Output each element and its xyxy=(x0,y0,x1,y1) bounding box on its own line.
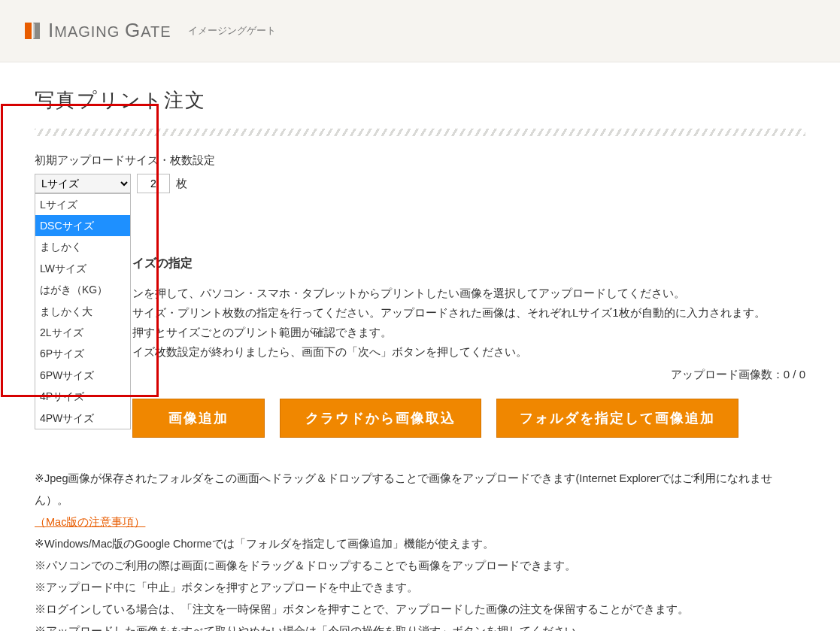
page-title: 写真プリント注文 xyxy=(35,85,805,117)
note-line: ※パソコンでのご利用の際は画面に画像をドラッグ＆ドロップすることでも画像をアップ… xyxy=(35,555,805,577)
action-button-row: 画像追加 クラウドから画像取込 フォルダを指定して画像追加 xyxy=(35,399,805,438)
size-option[interactable]: Lサイズ xyxy=(35,194,130,215)
note-line: ※ログインしている場合は、「注文を一時保留」ボタンを押すことで、アップロードした… xyxy=(35,599,805,620)
footer-notes: ※Jpeg画像が保存されたフォルダをこの画面へドラッグ＆ドロップすることで画像を… xyxy=(35,468,805,631)
instructions-section: イズの指定 ンを押して、パソコン・スマホ・タブレットからプリントしたい画像を選択… xyxy=(35,253,805,438)
upload-settings: 初期アップロードサイズ・枚数設定 Lサイズ LサイズDSCサイズましかくLWサイ… xyxy=(35,151,805,193)
size-option[interactable]: 6PWサイズ xyxy=(35,365,130,386)
add-images-button[interactable]: 画像追加 xyxy=(132,399,265,438)
size-select-dropdown[interactable]: LサイズDSCサイズましかくLWサイズはがき（KG）ましかく大2Lサイズ6Pサイ… xyxy=(35,193,131,429)
mac-notes-link[interactable]: （Mac版の注意事項） xyxy=(35,516,145,528)
note-line: ※アップロード中に「中止」ボタンを押すとアップロードを中止できます。 xyxy=(35,577,805,599)
settings-label: 初期アップロードサイズ・枚数設定 xyxy=(35,151,805,169)
add-folder-button[interactable]: フォルダを指定して画像追加 xyxy=(496,399,738,438)
note-line: ※アップロードした画像ををすべて取りやめたい場合は「今回の操作を取り消す」ボタン… xyxy=(35,620,805,631)
app-logo: IMAGING GATE イメージングゲート xyxy=(23,15,276,47)
quantity-suffix: 枚 xyxy=(176,174,187,193)
cloud-import-button[interactable]: クラウドから画像取込 xyxy=(280,399,481,438)
size-option[interactable]: DSCサイズ xyxy=(35,215,130,236)
instruction-line: イズ枚数設定が終わりましたら、画面下の「次へ」ボタンを押してください。 xyxy=(132,343,805,361)
instruction-line: ンを押して、パソコン・スマホ・タブレットからプリントしたい画像を選択してアップロ… xyxy=(132,284,805,302)
size-option[interactable]: LWサイズ xyxy=(35,258,130,279)
size-option[interactable]: ましかく大 xyxy=(35,301,130,322)
size-option[interactable]: 4Pサイズ xyxy=(35,386,130,407)
instruction-line: 押すとサイズごとのプリント範囲が確認できます。 xyxy=(132,323,805,341)
logo-text: IMAGING GATE xyxy=(48,15,171,47)
size-option[interactable]: 6Pサイズ xyxy=(35,343,130,364)
logo-icon xyxy=(23,20,44,41)
quantity-input[interactable] xyxy=(137,174,170,193)
instruction-line: サイズ・プリント枚数の指定を行ってください。アップロードされた画像は、それぞれL… xyxy=(132,304,805,322)
note-line: ※Jpeg画像が保存されたフォルダをこの画面へドラッグ＆ドロップすることで画像を… xyxy=(35,468,805,511)
size-option[interactable]: はがき（KG） xyxy=(35,279,130,300)
size-select[interactable]: Lサイズ xyxy=(35,174,131,193)
svg-rect-0 xyxy=(25,23,32,39)
note-line: ※Windows/Mac版のGoogle Chormeでは「フォルダを指定して画… xyxy=(35,533,805,555)
app-header: IMAGING GATE イメージングゲート xyxy=(0,0,840,62)
instructions-title: イズの指定 xyxy=(35,253,805,273)
size-option[interactable]: 2Lサイズ xyxy=(35,322,130,343)
logo-subtitle: イメージングゲート xyxy=(188,23,276,39)
upload-count: アップロード画像数：0 / 0 xyxy=(35,366,805,384)
svg-marker-2 xyxy=(33,23,35,39)
divider-stripe xyxy=(35,129,805,136)
size-option[interactable]: ましかく xyxy=(35,236,130,257)
size-option[interactable]: 4PWサイズ xyxy=(35,408,130,429)
